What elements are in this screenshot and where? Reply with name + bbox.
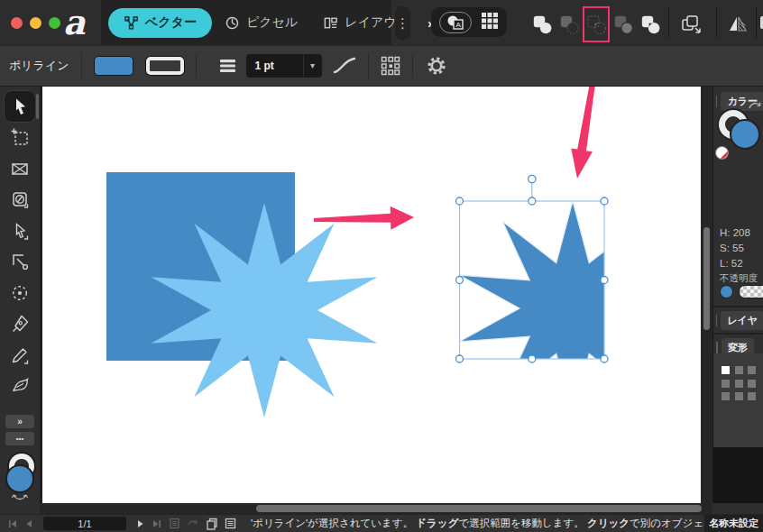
anchor-left[interactable] (722, 380, 730, 388)
vector-crop-tool-icon (10, 159, 30, 179)
rotation-handle[interactable] (529, 175, 536, 182)
point-transform-tool[interactable] (5, 278, 35, 308)
expand-tools-button[interactable]: » (5, 415, 34, 428)
history-button[interactable] (187, 518, 199, 529)
grid-icon (481, 12, 499, 30)
settings-button[interactable] (427, 56, 446, 76)
transparency-tool[interactable] (5, 185, 35, 216)
intersect-result-shape[interactable] (460, 201, 686, 416)
fill-stroke-color-well[interactable] (3, 454, 37, 503)
anchor-top-left[interactable] (722, 366, 730, 374)
stroke-width-value: 1 pt (246, 60, 303, 72)
transform-panel-body (713, 353, 763, 447)
vertical-scrollbar[interactable] (701, 87, 712, 503)
snapping-button[interactable] (381, 56, 400, 76)
horizontal-scrollbar-thumb[interactable] (256, 505, 702, 512)
selection-handle-s[interactable] (529, 355, 536, 362)
panel-drag-handle[interactable] (716, 342, 718, 353)
toolbar-separator (716, 7, 717, 38)
stroke-width-select[interactable]: 1 pt ▾ (246, 54, 322, 78)
boolean-subtract-button[interactable] (559, 14, 579, 34)
anchor-center[interactable] (735, 380, 743, 388)
arrange-order-button[interactable] (680, 14, 703, 35)
vector-brush-tool[interactable] (5, 371, 35, 402)
artboard-tool[interactable] (5, 123, 35, 153)
layers-panel-header[interactable]: レイヤ (713, 309, 763, 331)
zoom-window-button[interactable] (49, 17, 60, 29)
vector-brush-tool-icon (10, 376, 30, 396)
fill-color-circle[interactable] (5, 464, 34, 493)
selection-handle-ne[interactable] (601, 197, 608, 205)
tools-sidebar: » ••• (0, 87, 40, 503)
first-page-button[interactable] (7, 518, 18, 529)
gear-icon (427, 56, 446, 76)
anchor-bottom-right[interactable] (748, 392, 756, 400)
selection-handle-e[interactable] (601, 277, 608, 284)
titlebar: a ベクター ピクセル レイアウト » (0, 0, 763, 45)
list-button[interactable] (225, 518, 236, 529)
canvas-shapes (40, 87, 701, 503)
previous-page-button[interactable] (23, 518, 34, 529)
chevron-down-icon: ▾ (303, 55, 322, 77)
anchor-right[interactable] (748, 380, 756, 388)
fill-color-swatch[interactable] (94, 56, 133, 76)
layers-tab[interactable]: レイヤ (721, 311, 763, 330)
toolbar-separator (756, 7, 757, 38)
artboard-tool-icon (10, 127, 30, 147)
page-indicator[interactable]: 1/1 (43, 517, 126, 530)
toolbar-menu-button[interactable]: ⋮ (395, 6, 410, 40)
panel-divider (713, 333, 763, 335)
swap-colors-icon[interactable] (11, 493, 29, 503)
more-tools-button[interactable]: ••• (5, 432, 34, 445)
tab-pixel-persona[interactable]: ピクセル (212, 8, 310, 38)
selection-handle-se[interactable] (601, 355, 608, 362)
anchor-bottom[interactable] (735, 392, 743, 400)
anchor-top[interactable] (735, 366, 743, 374)
panel-fill-circle[interactable] (730, 119, 760, 150)
vertical-scrollbar-thumb[interactable] (703, 227, 710, 330)
horizontal-scrollbar[interactable] (40, 503, 712, 514)
selection-handle-nw[interactable] (456, 197, 464, 205)
no-color-swatch[interactable] (715, 146, 729, 160)
flip-button[interactable] (727, 14, 749, 35)
vector-crop-tool[interactable] (5, 153, 35, 184)
grid-panel-toggle[interactable] (481, 12, 499, 33)
close-window-button[interactable] (11, 17, 23, 29)
pages-button[interactable] (169, 518, 180, 529)
last-page-button[interactable] (152, 518, 162, 529)
selection-handle-n[interactable] (529, 197, 536, 205)
selection-handle-sw[interactable] (456, 355, 464, 362)
opacity-slider[interactable] (739, 285, 763, 298)
panel-drag-handle[interactable] (716, 315, 717, 326)
snapping-icon (381, 56, 400, 76)
pen-tool[interactable] (5, 309, 35, 340)
pen-tool-icon (10, 314, 30, 334)
window-controls (11, 17, 60, 29)
contour-tool[interactable] (5, 247, 35, 278)
opacity-color-dot (720, 285, 733, 298)
boolean-combine-button[interactable] (640, 14, 660, 34)
move-tool[interactable] (5, 91, 35, 122)
boolean-add-button[interactable] (532, 14, 552, 34)
tab-vector-persona[interactable]: ベクター (108, 8, 212, 38)
node-tool[interactable] (5, 216, 35, 246)
point-transform-tool-icon (10, 283, 30, 303)
separator (196, 53, 197, 78)
swap-colors-icon[interactable] (748, 99, 762, 112)
sidebar-scrollbar[interactable] (36, 94, 39, 119)
toolbar-separator (668, 7, 669, 38)
boolean-divide-button[interactable] (613, 14, 633, 34)
stroke-profile-button[interactable] (333, 56, 356, 76)
minimize-window-button[interactable] (30, 17, 41, 29)
stroke-color-swatch[interactable] (146, 57, 184, 75)
duplicate-button[interactable] (206, 518, 218, 530)
selection-handle-w[interactable] (456, 277, 464, 284)
panel-color-well[interactable] (715, 99, 762, 180)
next-page-button[interactable] (135, 518, 146, 529)
anchor-top-right[interactable] (748, 366, 756, 374)
pencil-tool[interactable] (5, 340, 35, 371)
stroke-style-button[interactable] (219, 57, 237, 75)
anchor-bottom-left[interactable] (722, 392, 730, 400)
anchor-point-selector[interactable] (722, 366, 758, 400)
character-panel-toggle[interactable]: A (439, 12, 472, 33)
